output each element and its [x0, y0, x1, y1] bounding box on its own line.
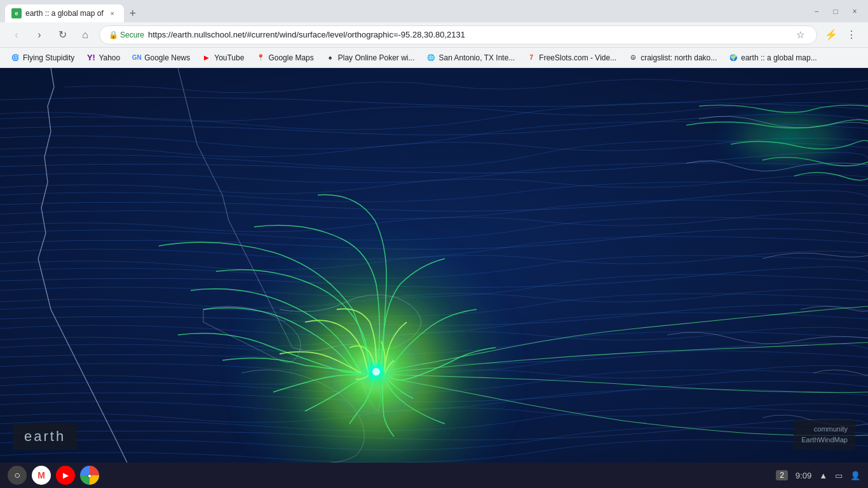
earth-label: earth: [13, 423, 77, 450]
toolbar-icons: ⚡ ⋮: [822, 26, 860, 44]
poker-icon: ♠: [325, 53, 336, 63]
refresh-button[interactable]: ↻: [53, 26, 71, 44]
title-bar: e earth :: a global map of × + − □ ×: [0, 0, 868, 22]
craigslist-icon: ☮: [628, 53, 638, 63]
window-controls: − □ ×: [808, 6, 863, 17]
lock-icon: 🔒: [109, 30, 118, 39]
svg-point-6: [372, 368, 380, 376]
youtube-app[interactable]: ▶: [56, 466, 75, 485]
bookmarks-bar: 🌀 Flying Stupidity Y! Yahoo GN Google Ne…: [0, 48, 868, 68]
forward-button[interactable]: ›: [31, 26, 48, 44]
taskbar: ○ M ▶ ● 2 9:09 ▲ ▭ 👤: [0, 463, 868, 488]
bookmark-san-antonio[interactable]: 🌐 San Antonio, TX Inte...: [421, 50, 520, 65]
bookmark-star-button[interactable]: ☆: [792, 27, 808, 43]
chrome-app[interactable]: ●: [80, 466, 99, 485]
close-button[interactable]: ×: [846, 6, 863, 17]
gmail-app[interactable]: M: [32, 466, 51, 485]
address-bar: ‹ › ↻ ⌂ 🔒 Secure https://earth.nullschoo…: [0, 22, 868, 48]
san-antonio-icon: 🌐: [426, 53, 436, 63]
bookmark-freeslots[interactable]: 7 FreeSlots.com - Vide...: [521, 50, 621, 65]
menu-button[interactable]: ⋮: [843, 26, 860, 44]
home-button[interactable]: ⌂: [76, 26, 94, 44]
secure-badge: 🔒 Secure: [109, 30, 144, 39]
yahoo-icon: Y!: [86, 53, 96, 63]
url-bar[interactable]: 🔒 Secure https://earth.nullschool.net/#c…: [99, 25, 817, 44]
community-label: community EarthWindMap: [794, 420, 855, 450]
back-button[interactable]: ‹: [8, 26, 25, 44]
google-news-icon: GN: [132, 53, 142, 63]
bookmark-craigslist[interactable]: ☮ craigslist: north dako...: [623, 50, 722, 65]
clock: 9:09: [796, 471, 811, 480]
tab-favicon: e: [11, 8, 22, 18]
tab-bar: e earth :: a global map of × +: [5, 0, 803, 22]
wifi-icon: ▲: [819, 471, 827, 480]
svg-point-7: [712, 100, 864, 176]
notification-badge: 2: [776, 470, 788, 480]
bookmark-google-maps[interactable]: 📍 Google Maps: [250, 50, 318, 65]
new-tab-button[interactable]: +: [124, 4, 142, 22]
minimize-button[interactable]: −: [808, 6, 825, 17]
freeslots-icon: 7: [526, 53, 536, 63]
bookmark-google-news[interactable]: GN Google News: [126, 50, 195, 65]
extensions-button[interactable]: ⚡: [822, 26, 840, 44]
bookmark-yahoo[interactable]: Y! Yahoo: [81, 50, 125, 65]
tab-title: earth :: a global map of: [25, 9, 104, 18]
google-maps-icon: 📍: [255, 53, 266, 63]
bookmark-youtube[interactable]: ▶ YouTube: [196, 50, 249, 65]
maximize-button[interactable]: □: [827, 6, 844, 17]
flying-stupidity-icon: 🌀: [10, 53, 20, 63]
user-icon: 👤: [850, 471, 860, 480]
youtube-icon: ▶: [201, 53, 212, 63]
wind-map[interactable]: earth community EarthWindMap: [0, 68, 868, 463]
earth-bm-icon: 🌍: [728, 53, 738, 63]
launcher-button[interactable]: ○: [8, 466, 27, 485]
bookmark-flying-stupidity[interactable]: 🌀 Flying Stupidity: [5, 50, 79, 65]
main-content[interactable]: earth community EarthWindMap: [0, 68, 868, 463]
tab-close-button[interactable]: ×: [107, 8, 118, 18]
url-text: https://earth.nullschool.net/#current/wi…: [148, 30, 789, 39]
wind-visualization: [0, 68, 868, 463]
bookmark-poker[interactable]: ♠ Play Online Poker wi...: [320, 50, 420, 65]
taskbar-right: 2 9:09 ▲ ▭ 👤: [776, 470, 860, 480]
bookmark-earth[interactable]: 🌍 earth :: a global map...: [723, 50, 822, 65]
active-tab[interactable]: e earth :: a global map of ×: [5, 4, 124, 22]
battery-icon: ▭: [835, 471, 843, 480]
